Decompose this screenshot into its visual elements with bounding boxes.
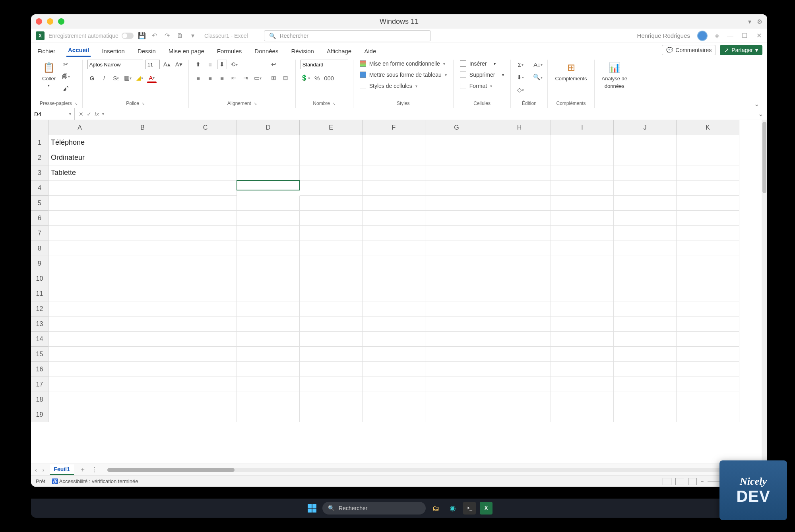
cell[interactable] — [174, 211, 237, 226]
tab-accueil[interactable]: Accueil — [66, 44, 91, 57]
cell[interactable] — [677, 150, 739, 165]
column-header[interactable]: K — [677, 120, 739, 135]
dialog-launcher-icon[interactable]: ↘ — [74, 101, 78, 106]
cell[interactable] — [614, 135, 677, 150]
cell[interactable] — [48, 271, 111, 286]
cell[interactable] — [551, 256, 614, 271]
row-header[interactable]: 11 — [31, 286, 48, 301]
comma-icon[interactable]: 000 — [324, 73, 334, 83]
cell[interactable] — [425, 226, 488, 241]
avatar[interactable] — [697, 31, 708, 41]
cell[interactable] — [551, 135, 614, 150]
cell[interactable] — [300, 301, 363, 316]
cell[interactable] — [614, 286, 677, 301]
cell[interactable] — [48, 362, 111, 377]
fx-icon[interactable]: fx — [95, 111, 99, 117]
cell[interactable] — [363, 150, 425, 165]
cell[interactable] — [363, 211, 425, 226]
select-all-corner[interactable] — [31, 120, 48, 135]
cell[interactable] — [488, 226, 551, 241]
row-header[interactable]: 9 — [31, 256, 48, 271]
cell[interactable] — [174, 362, 237, 377]
file-icon[interactable]: 🗎 — [176, 31, 184, 40]
cell[interactable] — [237, 286, 300, 301]
percent-icon[interactable]: % — [312, 73, 322, 83]
cell[interactable] — [111, 316, 174, 332]
row-header[interactable]: 12 — [31, 301, 48, 316]
cell[interactable] — [677, 226, 739, 241]
cell[interactable] — [48, 241, 111, 256]
row-header[interactable]: 18 — [31, 392, 48, 407]
cell[interactable] — [111, 362, 174, 377]
align-left-icon[interactable]: ≡ — [194, 73, 203, 83]
cell[interactable] — [111, 347, 174, 362]
diamond-icon[interactable]: ◈ — [715, 32, 719, 39]
cell[interactable] — [111, 271, 174, 286]
cell[interactable] — [488, 301, 551, 316]
cell[interactable] — [614, 332, 677, 347]
cell[interactable] — [363, 271, 425, 286]
sheet-next-icon[interactable]: › — [43, 467, 45, 473]
format-painter-icon[interactable]: 🖌 — [61, 83, 71, 93]
column-header[interactable]: E — [300, 120, 363, 135]
cell[interactable] — [174, 332, 237, 347]
cell[interactable] — [174, 150, 237, 165]
cell[interactable] — [425, 332, 488, 347]
cell[interactable] — [48, 407, 111, 422]
autosave-toggle[interactable]: Enregistrement automatique — [48, 33, 134, 39]
cell[interactable] — [174, 301, 237, 316]
toggle-icon[interactable] — [122, 33, 134, 39]
cell[interactable] — [48, 392, 111, 407]
cell[interactable] — [488, 165, 551, 181]
cell[interactable] — [677, 316, 739, 332]
cell[interactable] — [111, 181, 174, 196]
cell[interactable] — [551, 211, 614, 226]
tab-fichier[interactable]: Fichier — [36, 45, 57, 57]
cell[interactable] — [111, 226, 174, 241]
cell[interactable] — [425, 211, 488, 226]
cell[interactable] — [237, 407, 300, 422]
accessibility-status[interactable]: ♿ Accessibilité : vérification terminée — [52, 478, 138, 484]
font-name-input[interactable] — [87, 60, 143, 69]
cell[interactable] — [111, 135, 174, 150]
cell[interactable] — [300, 316, 363, 332]
cell[interactable] — [363, 226, 425, 241]
cell[interactable] — [425, 316, 488, 332]
horizontal-scrollbar[interactable] — [107, 468, 759, 472]
cell[interactable] — [174, 316, 237, 332]
taskbar-search[interactable]: 🔍Rechercher — [322, 502, 426, 515]
row-header[interactable]: 8 — [31, 241, 48, 256]
cell[interactable] — [551, 347, 614, 362]
cell[interactable] — [363, 241, 425, 256]
insert-cells-button[interactable]: Insérer▾ — [458, 60, 498, 68]
row-header[interactable]: 7 — [31, 226, 48, 241]
number-format-select[interactable] — [301, 60, 348, 69]
cell[interactable] — [300, 165, 363, 181]
explorer-icon[interactable]: 🗂 — [430, 502, 442, 515]
cell[interactable] — [614, 181, 677, 196]
tab-affichage[interactable]: Affichage — [325, 45, 353, 57]
cell[interactable] — [48, 211, 111, 226]
cell[interactable] — [237, 135, 300, 150]
cell[interactable] — [551, 150, 614, 165]
cell[interactable] — [300, 211, 363, 226]
cell[interactable] — [614, 165, 677, 181]
cell[interactable] — [488, 332, 551, 347]
cell[interactable] — [237, 392, 300, 407]
currency-icon[interactable]: 💲 — [301, 73, 310, 83]
win-minimize-icon[interactable]: — — [727, 32, 734, 39]
cell[interactable] — [614, 271, 677, 286]
cell[interactable] — [48, 347, 111, 362]
cell[interactable] — [48, 256, 111, 271]
row-header[interactable]: 13 — [31, 316, 48, 332]
font-size-input[interactable] — [145, 60, 160, 69]
underline-button[interactable]: S — [111, 73, 121, 83]
cell[interactable] — [677, 347, 739, 362]
close-icon[interactable] — [36, 18, 42, 25]
cell[interactable] — [614, 150, 677, 165]
cell[interactable] — [237, 181, 300, 190]
row-header[interactable]: 16 — [31, 362, 48, 377]
cell[interactable] — [551, 226, 614, 241]
enter-formula-icon[interactable]: ✓ — [87, 111, 91, 117]
cell[interactable] — [551, 286, 614, 301]
